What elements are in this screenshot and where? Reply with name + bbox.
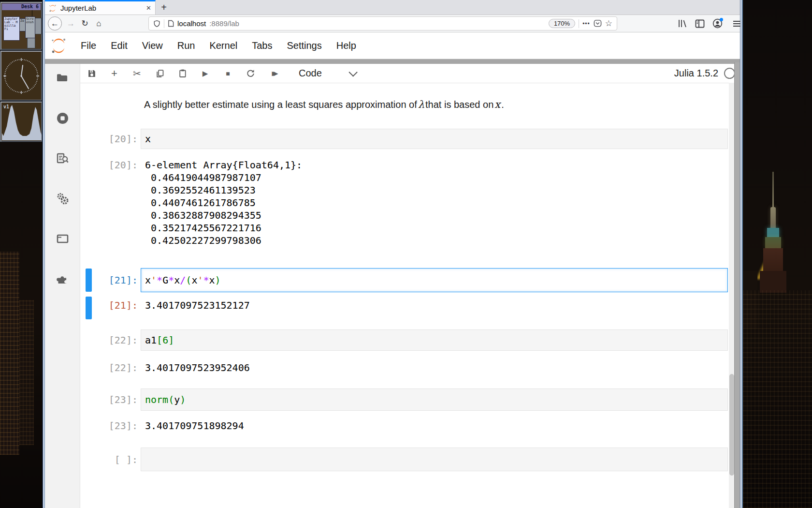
url-bar[interactable]: localhost:8889/lab 170% ••• ☆ <box>148 16 617 30</box>
account-notification-dot <box>720 18 723 21</box>
clock-widget <box>0 50 43 101</box>
shield-icon[interactable] <box>153 20 160 28</box>
add-cell-button[interactable]: + <box>103 67 126 80</box>
pager-title: Desk 6 <box>2 3 41 11</box>
file-browser-icon[interactable] <box>56 72 69 85</box>
code-editor[interactable]: a1[6] <box>141 329 728 351</box>
navbar-right-icons <box>675 16 740 30</box>
jupyterlab-body: + ✂ ▶ ■ ▶▶ Code <box>45 64 740 508</box>
menu-view[interactable]: View <box>135 40 170 51</box>
cell-type-dropdown[interactable]: Code <box>299 68 322 79</box>
input-prompt: [21]: <box>108 274 138 286</box>
dock-panel-strip <box>45 59 740 64</box>
restart-run-all-button[interactable]: ▶▶ <box>262 67 288 80</box>
home-button[interactable]: ⌂ <box>92 16 106 30</box>
sidebars-icon[interactable] <box>693 16 707 30</box>
command-palette-icon[interactable] <box>56 152 69 165</box>
code-editor-empty[interactable] <box>141 448 728 471</box>
pager-window-screenshot[interactable]: Screensh <box>25 16 35 38</box>
paste-cells-button[interactable] <box>171 67 194 80</box>
forward-button[interactable]: → <box>64 16 78 30</box>
new-tab-button[interactable]: + <box>156 0 172 15</box>
kernel-status-icon[interactable] <box>724 68 735 79</box>
restart-kernel-button[interactable] <box>239 67 262 80</box>
markdown-cell[interactable]: A slightly better estimate using a least… <box>80 98 728 111</box>
pager-window-shadow[interactable] <box>27 37 35 48</box>
notebook-toolbar: + ✂ ▶ ■ ▶▶ Code <box>80 64 740 83</box>
zoom-level-badge[interactable]: 170% <box>549 19 575 28</box>
code-editor[interactable]: norm(y) <box>141 388 728 411</box>
menu-hamburger-icon[interactable] <box>733 21 740 27</box>
tab-close-icon[interactable]: ✕ <box>146 4 151 12</box>
page-actions-icon[interactable]: ••• <box>582 20 590 27</box>
code-cell-22-input: [22]: a1[6] <box>80 329 728 351</box>
jupyter-favicon <box>49 4 57 12</box>
property-inspector-icon[interactable] <box>56 192 69 205</box>
skyscraper-antenna <box>772 172 774 210</box>
clock-hour-hand <box>21 65 23 76</box>
run-cell-button[interactable]: ▶ <box>194 67 217 80</box>
output-prompt: [20]: <box>108 159 138 247</box>
save-button[interactable] <box>80 67 103 80</box>
code-editor[interactable]: x <box>141 129 728 149</box>
window-border-right[interactable] <box>740 0 743 508</box>
pager-window-shadow-2[interactable] <box>34 18 42 34</box>
input-prompt: [22]: <box>108 334 138 346</box>
math-x: x <box>493 99 501 110</box>
active-output-collapser[interactable] <box>86 297 92 319</box>
empty-code-cell-input: [ ]: <box>80 448 728 471</box>
menu-tabs[interactable]: Tabs <box>245 40 279 51</box>
back-button[interactable]: ← <box>48 16 62 30</box>
output-text: 3.4017097523952406 <box>141 361 728 374</box>
city-building-left <box>0 252 19 455</box>
jupyterlab-menubar: File Edit View Run Kernel Tabs Settings … <box>45 32 740 59</box>
page-icon[interactable] <box>168 20 174 27</box>
code-cell-21-input: [21]: x'*G*x/(x'*x) <box>80 268 728 292</box>
extension-manager-icon[interactable] <box>56 272 69 285</box>
menu-list: File Edit View Run Kernel Tabs Settings … <box>73 40 363 51</box>
menu-run[interactable]: Run <box>170 40 203 51</box>
city-mass <box>743 290 812 508</box>
system-load-widget: v1 <box>0 101 43 142</box>
browser-scrollbar[interactable] <box>734 62 740 508</box>
tab-title: JupyterLab <box>60 4 142 12</box>
pager-window-jupyterlab[interactable]: JupyterLab - Mozilla Fi <box>3 16 20 41</box>
copy-cells-button[interactable] <box>148 67 171 80</box>
menu-file[interactable]: File <box>73 40 103 51</box>
menu-kernel[interactable]: Kernel <box>202 40 245 51</box>
cut-cells-button[interactable]: ✂ <box>126 67 148 80</box>
url-path: :8889/lab <box>209 19 239 28</box>
pager-body[interactable]: JupyterLab - Mozilla Fi Zo Screensh <box>2 10 41 48</box>
chevron-down-icon[interactable] <box>348 68 357 76</box>
output-text: 3.4017097523152127 <box>141 299 728 313</box>
menu-help[interactable]: Help <box>329 40 363 51</box>
skyscraper-mid <box>763 248 783 271</box>
pocket-icon[interactable] <box>594 19 602 28</box>
notebook-scrollbar-thumb[interactable] <box>729 374 734 476</box>
reload-button[interactable]: ↻ <box>78 16 92 30</box>
running-sessions-icon[interactable] <box>56 112 69 125</box>
library-icon[interactable] <box>675 16 690 30</box>
kernel-name[interactable]: Julia 1.5.2 <box>674 68 718 79</box>
menu-edit[interactable]: Edit <box>103 40 134 51</box>
input-prompt: [20]: <box>108 133 138 145</box>
math-lambda: λ <box>417 99 425 110</box>
pager-widget[interactable]: Desk 6 JupyterLab - Mozilla Fi Zo Screen… <box>0 1 43 50</box>
code-editor-active[interactable]: x'*G*x/(x'*x) <box>141 268 728 292</box>
account-icon[interactable] <box>710 16 725 30</box>
input-prompt: [ ]: <box>108 454 138 465</box>
interrupt-kernel-button[interactable]: ■ <box>217 67 239 80</box>
menu-settings[interactable]: Settings <box>279 40 329 51</box>
output-text: 3.401709751898294 <box>141 419 728 433</box>
tab-bar: JupyterLab ✕ + <box>45 0 740 15</box>
urlbar-separator <box>164 19 164 28</box>
bookmark-star-icon[interactable]: ☆ <box>605 18 612 29</box>
skyscraper-crown-lights <box>767 228 779 238</box>
output-prompt: [23]: <box>108 419 138 433</box>
code-cell-22-output: [22]: 3.4017097523952406 <box>80 361 728 374</box>
active-cell-collapser[interactable] <box>86 269 92 292</box>
browser-tab-jupyterlab[interactable]: JupyterLab ✕ <box>45 0 156 15</box>
open-tabs-icon[interactable] <box>56 232 69 245</box>
notebook-panel: + ✂ ▶ ■ ▶▶ Code <box>80 64 740 508</box>
urlbar-separator-2 <box>579 19 579 28</box>
